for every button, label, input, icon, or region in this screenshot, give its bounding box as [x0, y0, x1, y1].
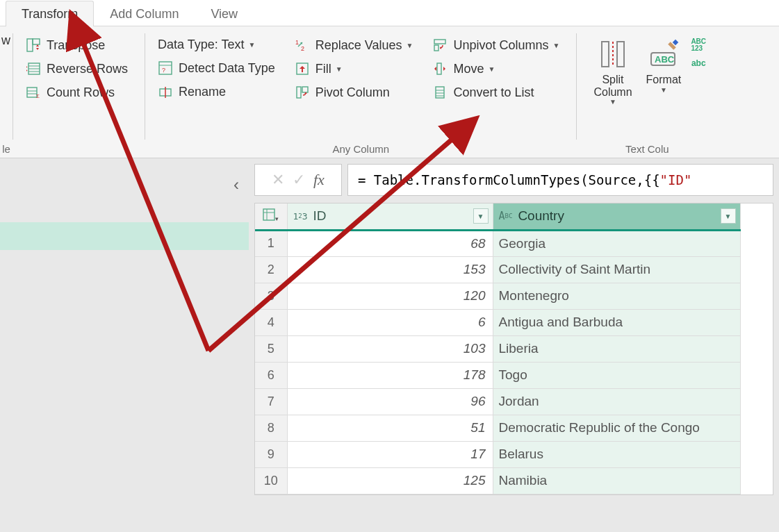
svg-marker-28	[434, 67, 436, 71]
table-row[interactable]: 3120Montenegro	[255, 283, 740, 309]
cell-country[interactable]: Collectivity of Saint Martin	[493, 256, 740, 283]
count-rows-label: Count Rows	[47, 85, 115, 100]
work-area: ‹ ✕ ✓ fx = Table.TransformColumnTypes(So…	[0, 158, 779, 532]
cell-country[interactable]: Georgia	[493, 230, 740, 256]
svg-text:?: ?	[162, 67, 165, 74]
reverse-rows-button[interactable]: Reverse Rows	[23, 57, 135, 81]
row-header[interactable]: 2	[255, 256, 287, 283]
convert-to-list-button[interactable]: Convert to List	[429, 81, 566, 104]
cell-id[interactable]: 96	[287, 388, 493, 415]
table-row[interactable]: 2153Collectivity of Saint Martin	[255, 256, 740, 283]
replace-values-dropdown[interactable]: 12 Replace Values ▼	[292, 33, 420, 57]
row-header[interactable]: 4	[255, 309, 287, 335]
table-row[interactable]: 168Georgia	[255, 230, 740, 256]
data-type-dropdown[interactable]: Data Type: Text ▼	[155, 33, 282, 56]
cell-country[interactable]: Liberia	[493, 335, 740, 362]
cell-id[interactable]: 125	[287, 467, 493, 494]
cell-id[interactable]: 103	[287, 335, 493, 362]
chevron-down-icon: ▼	[553, 42, 560, 49]
cell-id[interactable]: 17	[287, 441, 493, 467]
ribbon-group-any-column: Data Type: Text ▼ ? Detect Data Type Ren…	[145, 31, 576, 156]
row-header[interactable]: 5	[255, 335, 287, 362]
cell-id[interactable]: 6	[287, 309, 493, 335]
pivot-column-button[interactable]: Pivot Column	[292, 81, 420, 104]
column-header-id[interactable]: 123 ID ▼	[287, 203, 493, 230]
text-column-group-label: Text Colu	[577, 143, 717, 155]
split-column-dropdown[interactable]: Split Column ▼	[587, 33, 639, 141]
rename-label: Rename	[179, 85, 226, 99]
cell-id[interactable]: 178	[287, 362, 493, 388]
split-column-label: Split Column	[593, 74, 632, 98]
tab-transform[interactable]: Transform	[6, 1, 94, 26]
cell-country[interactable]: Jordan	[493, 388, 740, 415]
row-header[interactable]: 7	[255, 388, 287, 415]
rename-icon	[158, 84, 173, 99]
table-row[interactable]: 917Belarus	[255, 441, 740, 467]
tab-view[interactable]: View	[195, 1, 254, 26]
count-rows-button[interactable]: Σ Count Rows	[23, 81, 135, 104]
text-type-icon: ABC	[499, 210, 513, 222]
transpose-button[interactable]: Transpose	[23, 33, 135, 57]
cell-country[interactable]: Namibia	[493, 467, 740, 494]
unpivot-columns-dropdown[interactable]: Unpivot Columns ▼	[429, 33, 566, 57]
cell-id[interactable]: 68	[287, 230, 493, 256]
cell-id[interactable]: 51	[287, 415, 493, 441]
formula-cancel-icon[interactable]: ✕	[272, 171, 284, 189]
ribbon-group-cutoff-left: w le	[0, 31, 13, 156]
row-header[interactable]: 8	[255, 415, 287, 441]
svg-rect-34	[602, 42, 609, 67]
table-row[interactable]: 5103Liberia	[255, 335, 740, 362]
extract-button[interactable]: abc	[688, 54, 714, 72]
unpivot-columns-label: Unpivot Columns	[453, 38, 548, 53]
split-column-icon	[596, 38, 630, 71]
table-row[interactable]: 10125Namibia	[255, 467, 740, 494]
fill-dropdown[interactable]: Fill ▼	[292, 57, 420, 81]
collapse-pane-button[interactable]: ‹	[233, 175, 239, 194]
move-icon	[432, 61, 448, 76]
row-header[interactable]: 10	[255, 467, 287, 494]
cell-id[interactable]: 120	[287, 283, 493, 309]
merge-columns-button[interactable]: ABC 123	[688, 36, 714, 54]
data-grid: ▾ 123 ID ▼ ABC Country	[254, 203, 773, 495]
table-row[interactable]: 851Democratic Republic of the Congo	[255, 415, 740, 441]
table-corner-button[interactable]: ▾	[255, 203, 287, 230]
column-country-filter-button[interactable]: ▼	[721, 208, 736, 224]
tab-add-column[interactable]: Add Column	[94, 1, 195, 26]
format-label: Format	[646, 74, 682, 86]
table-row[interactable]: 46Antigua and Barbuda	[255, 309, 740, 335]
cell-country[interactable]: Democratic Republic of the Congo	[493, 415, 740, 441]
pivot-column-label: Pivot Column	[315, 85, 390, 100]
chevron-down-icon: ▼	[248, 41, 255, 49]
reverse-rows-icon	[26, 61, 41, 76]
cell-country[interactable]: Togo	[493, 362, 740, 388]
svg-text:Σ: Σ	[36, 93, 40, 99]
cell-country[interactable]: Montenegro	[493, 283, 740, 309]
selected-query-highlight[interactable]	[0, 222, 249, 250]
column-id-filter-button[interactable]: ▼	[473, 208, 489, 224]
cell-country[interactable]: Antigua and Barbuda	[493, 309, 740, 335]
format-icon: ABC	[647, 38, 680, 71]
svg-text:ABC: ABC	[655, 54, 675, 65]
row-header[interactable]: 3	[255, 283, 287, 309]
cell-country[interactable]: Belarus	[493, 441, 740, 467]
svg-rect-35	[617, 42, 624, 67]
count-rows-icon: Σ	[26, 85, 41, 100]
table-row[interactable]: 796Jordan	[255, 388, 740, 415]
table-row[interactable]: 6178Togo	[255, 362, 740, 388]
formula-input[interactable]: = Table.TransformColumnTypes(Source,{{"I…	[347, 164, 773, 196]
fill-icon	[295, 61, 310, 76]
formula-confirm-icon[interactable]: ✓	[293, 171, 305, 189]
cell-id[interactable]: 153	[287, 256, 493, 283]
move-dropdown[interactable]: Move ▼	[429, 57, 566, 81]
row-header[interactable]: 9	[255, 441, 287, 467]
detect-data-type-button[interactable]: ? Detect Data Type	[155, 56, 282, 80]
chevron-down-icon: ▼	[336, 65, 343, 73]
format-dropdown[interactable]: ABC Format ▼	[639, 33, 689, 141]
column-header-country[interactable]: ABC Country ▼	[493, 203, 740, 230]
row-header[interactable]: 1	[255, 230, 287, 256]
fx-icon[interactable]: fx	[313, 171, 325, 189]
rename-button[interactable]: Rename	[155, 80, 282, 103]
row-header[interactable]: 6	[255, 362, 287, 388]
svg-text:2: 2	[301, 45, 304, 52]
transpose-icon	[26, 38, 41, 53]
